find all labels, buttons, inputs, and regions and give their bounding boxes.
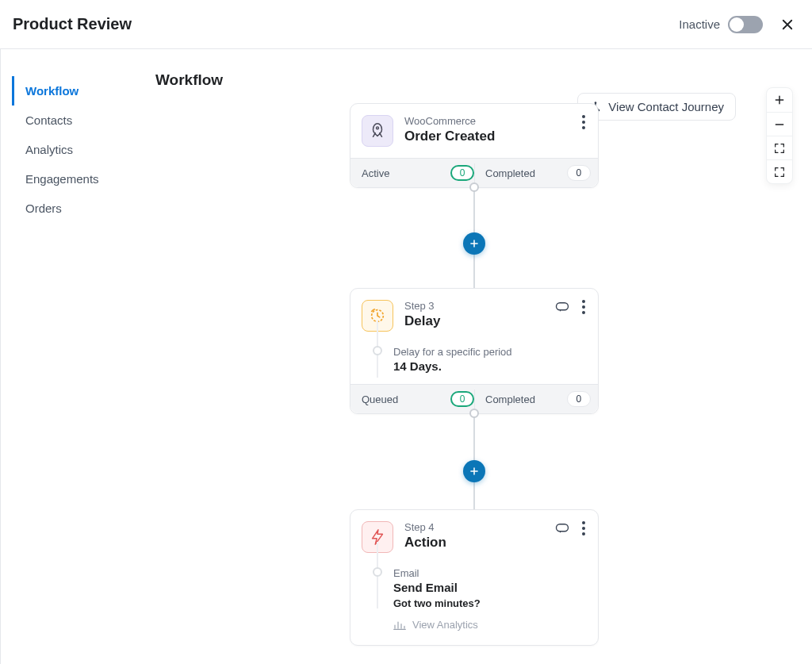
plus-icon [773, 94, 786, 106]
action-title: Action [404, 535, 555, 551]
svg-rect-6 [557, 524, 569, 532]
zoom-out-button[interactable] [766, 112, 793, 136]
add-step-button[interactable] [463, 232, 485, 255]
trigger-eyebrow: WooCommerce [404, 115, 582, 127]
sidebar-item-engagements[interactable]: Engagements [12, 164, 136, 194]
view-contact-journey-button[interactable]: View Contact Journey [577, 93, 736, 121]
card-menu-button[interactable] [582, 115, 585, 129]
chart-icon [393, 620, 406, 631]
section-title: Workflow [155, 71, 793, 89]
sidebar-item-contacts[interactable]: Contacts [12, 106, 136, 135]
trigger-completed-count: 0 [567, 165, 591, 181]
connector-node [469, 182, 479, 192]
sidebar-item-orders[interactable]: Orders [12, 194, 136, 223]
minus-icon [773, 118, 786, 131]
sidebar-item-label: Contacts [25, 113, 72, 127]
delay-detail-eyebrow: Delay for a specific period [393, 346, 585, 358]
delay-card[interactable]: Step 3 Delay Delay for a specific period… [350, 288, 599, 414]
flow-column: WooCommerce Order Created Active 0 Compl… [350, 103, 599, 646]
trigger-active-count: 0 [450, 165, 474, 181]
svg-rect-5 [557, 303, 569, 310]
zoom-in-button[interactable] [766, 88, 793, 112]
connector-node [469, 409, 479, 418]
sidebar-item-label: Engagements [25, 172, 99, 186]
close-icon [780, 17, 795, 32]
action-detail-subject: Got two minutes? [393, 597, 585, 609]
fullscreen-button[interactable] [766, 159, 793, 183]
comment-icon[interactable] [555, 301, 569, 313]
trigger-card[interactable]: WooCommerce Order Created Active 0 Compl… [350, 103, 599, 188]
workflow-canvas: Workflow View Contact Journey [136, 49, 812, 664]
journey-button-label: View Contact Journey [608, 100, 724, 113]
trigger-footer: Active 0 Completed 0 [350, 158, 598, 187]
fit-button[interactable] [766, 136, 793, 159]
sidebar-item-label: Orders [25, 202, 62, 215]
activation-toggle[interactable] [728, 16, 763, 33]
delay-title: Delay [404, 313, 555, 329]
svg-point-3 [377, 127, 379, 129]
rocket-icon [369, 122, 386, 140]
trigger-icon-box [362, 115, 393, 147]
card-menu-button[interactable] [582, 521, 585, 535]
status-label: Inactive [679, 17, 720, 31]
fit-icon [773, 142, 786, 155]
delay-completed-count: 0 [567, 391, 591, 407]
delay-completed-label: Completed [485, 393, 535, 405]
page-title: Product Review [13, 15, 132, 33]
delay-queued-count: 0 [450, 391, 474, 407]
toggle-knob [730, 17, 744, 32]
analytics-label: View Analytics [412, 619, 478, 631]
add-step-button[interactable] [463, 460, 485, 482]
close-button[interactable] [777, 14, 798, 35]
plus-icon [469, 238, 480, 249]
sidebar: Workflow Contacts Analytics Engagements … [0, 49, 136, 664]
action-detail-eyebrow: Email [393, 567, 585, 579]
sidebar-item-label: Workflow [25, 84, 79, 98]
action-step-label: Step 4 [404, 521, 555, 533]
app-header: Product Review Inactive [0, 0, 812, 49]
card-menu-button[interactable] [582, 300, 585, 314]
trigger-active-label: Active [362, 167, 389, 179]
action-detail-title: Send Email [393, 581, 585, 594]
delay-footer: Queued 0 Completed 0 [350, 384, 598, 413]
zoom-panel [766, 87, 793, 184]
delay-detail-value: 14 Days. [393, 359, 585, 373]
trigger-completed-label: Completed [485, 167, 535, 179]
expand-icon [773, 166, 786, 178]
trigger-title: Order Created [404, 129, 582, 144]
plus-icon [469, 466, 480, 477]
sidebar-item-workflow[interactable]: Workflow [12, 76, 136, 106]
sidebar-item-label: Analytics [25, 143, 73, 156]
view-analytics-link[interactable]: View Analytics [393, 619, 585, 631]
sidebar-item-analytics[interactable]: Analytics [12, 135, 136, 164]
delay-queued-label: Queued [362, 393, 398, 405]
delay-step-label: Step 3 [404, 300, 555, 312]
comment-icon[interactable] [555, 523, 569, 534]
action-card[interactable]: Step 4 Action Email Send Email Got two m… [350, 509, 599, 646]
